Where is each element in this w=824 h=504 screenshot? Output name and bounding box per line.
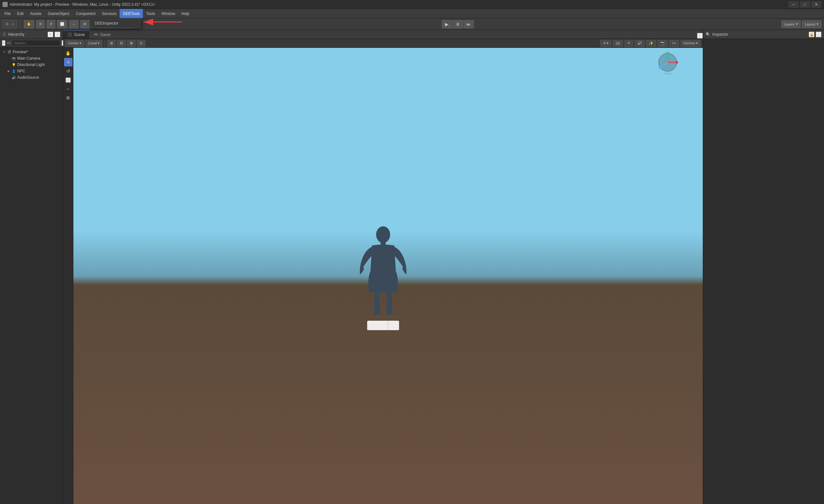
scene-grid2-btn[interactable]: ⊟ — [117, 40, 126, 47]
vp-transform-btn[interactable]: ⚙ — [64, 94, 73, 102]
scene-tab-label: Scene — [74, 32, 85, 37]
svg-line-9 — [136, 299, 388, 487]
vp-rect-btn[interactable]: ↔ — [64, 85, 73, 93]
scene-audio-btn[interactable]: 🔊 — [634, 40, 645, 47]
hierarchy-header-icons: + ⋮ — [47, 31, 60, 37]
step-button[interactable]: ⏭ — [463, 20, 474, 28]
menu-component[interactable]: Component — [73, 9, 99, 18]
menu-help[interactable]: Help — [178, 9, 193, 18]
audio-icon: 🔊 — [11, 75, 16, 80]
menu-services[interactable]: Services — [99, 9, 120, 18]
hierarchy-all-label: All — [7, 41, 10, 45]
scene-grid3-btn[interactable]: ⊠ — [127, 40, 135, 47]
menu-tools[interactable]: Tools — [143, 9, 158, 18]
viewport-tools: ✋ ✢ ↺ ⬜ ↔ ⚙ — [63, 48, 73, 504]
svg-point-22 — [666, 52, 669, 55]
toolbar-move-tool[interactable]: ✢ — [36, 20, 45, 28]
toolbar-rect-tool[interactable]: ↔ — [69, 20, 79, 28]
scene-light-btn[interactable]: ☀ — [624, 40, 633, 47]
menu-edit[interactable]: Edit — [14, 9, 27, 18]
scene-fx-btn[interactable]: ✨ — [646, 40, 656, 47]
tree-item-npc[interactable]: 👤 NPC — [0, 68, 63, 74]
toolbar-transform-tool[interactable]: ⚙ — [80, 20, 89, 28]
hierarchy-icon: ☰ — [3, 32, 6, 37]
scene-icon: 🎬 — [7, 50, 11, 54]
scene-camera-btn[interactable]: 📷 — [657, 40, 668, 47]
tree-label-maincamera: Main Camera — [17, 56, 40, 60]
game-tab-icon: 🎮 — [94, 32, 98, 37]
toolbar-icons-group: ⚙ ◎ — [3, 20, 17, 29]
viewport-gizmo[interactable]: Persp — [655, 51, 681, 77]
menu-gameobject[interactable]: GameObject — [45, 9, 73, 18]
tab-menu-btn[interactable]: ⋮ — [697, 33, 703, 38]
toolbar-settings-icon[interactable]: ⚙ — [4, 21, 10, 27]
hierarchy-menu-btn[interactable]: ⋮ — [55, 31, 60, 37]
tree-arrow-preview — [2, 50, 6, 54]
character-base — [367, 321, 399, 330]
tree-label-preview: Preview* — [13, 50, 28, 54]
scene-gizmos-btn[interactable]: Gizmos ▾ — [681, 40, 701, 47]
tree-item-maincamera[interactable]: 📷 Main Camera — [0, 55, 63, 61]
scene-local-btn[interactable]: Local ▾ — [86, 40, 102, 47]
minimize-button[interactable]: ─ — [788, 1, 799, 8]
scene-center-btn[interactable]: Center ▾ — [65, 40, 84, 47]
inspector-menu-btn[interactable]: ⋮ — [816, 31, 821, 37]
npc-icon: 👤 — [11, 69, 16, 73]
scene-game-tabs: ⬛ Scene 🎮 Game ⋮ — [63, 30, 703, 39]
hierarchy-search-toolbar: + All 🔍 — [0, 39, 63, 47]
vp-move-btn[interactable]: ✢ — [64, 58, 73, 66]
tree-item-audiosource[interactable]: 🔊 AudioSource — [0, 74, 63, 81]
toolbar-info-icon[interactable]: ◎ — [10, 21, 16, 27]
inspector-content — [703, 39, 824, 504]
menu-file[interactable]: File — [1, 9, 14, 18]
scene-vr-btn[interactable]: 👓 — [669, 40, 679, 47]
window-controls: ─ □ ✕ — [788, 1, 821, 8]
scene-grid4-btn[interactable]: ⊡ — [137, 40, 145, 47]
toolbar-hand-tool[interactable]: ✋ — [24, 20, 34, 28]
inspector-icon: 🔍 — [706, 32, 710, 37]
toolbar-scale-tool[interactable]: ⬜ — [57, 20, 67, 28]
dropdown-deeinspector[interactable]: DEEInspector — [90, 19, 140, 27]
tree-arrow-npc — [6, 69, 11, 73]
layout-label: Layout — [805, 22, 815, 26]
vp-rotate-btn[interactable]: ↺ — [64, 67, 73, 75]
menu-deetools[interactable]: DEETools — [120, 9, 143, 18]
hierarchy-search-input[interactable] — [12, 40, 60, 46]
character-figure — [351, 222, 415, 330]
tab-game[interactable]: 🎮 Game — [89, 30, 115, 38]
hierarchy-add-btn[interactable]: + — [47, 31, 53, 37]
vp-scale-btn[interactable]: ⬜ — [64, 76, 73, 84]
main-layout: ☰ Hierarchy + ⋮ + All 🔍 🎬 Preview* — [0, 30, 824, 504]
light-icon: 💡 — [11, 62, 16, 67]
tab-scene[interactable]: ⬛ Scene — [63, 30, 89, 38]
menu-window[interactable]: Window — [158, 9, 178, 18]
inspector-header-icons: 🔒 ⋮ — [809, 31, 821, 37]
hierarchy-plus-btn[interactable]: + — [2, 40, 5, 46]
pause-button[interactable]: ⏸ — [453, 20, 463, 28]
scene-tab-icon: ⬛ — [68, 32, 72, 37]
toolbar-rotate-tool[interactable]: ↺ — [46, 20, 55, 28]
tree-item-dirlight[interactable]: 💡 Directional Light — [0, 61, 63, 68]
scene-2d-btn[interactable]: 2D — [613, 40, 623, 47]
vp-hand-btn[interactable]: ✋ — [64, 49, 73, 57]
menu-assets[interactable]: Assets — [27, 9, 45, 18]
layers-dropdown[interactable]: Layers ▾ — [781, 20, 801, 28]
svg-point-20 — [675, 61, 678, 64]
game-tab-label: Game — [100, 32, 111, 37]
viewport[interactable]: ✋ ✢ ↺ ⬜ ↔ ⚙ — [63, 48, 703, 504]
inspector-header: 🔍 Inspector 🔒 ⋮ — [703, 30, 824, 39]
maximize-button[interactable]: □ — [800, 1, 810, 8]
scene-rotate-btn[interactable]: ↺ ▾ — [600, 40, 612, 47]
svg-point-2 — [376, 226, 390, 243]
play-button[interactable]: ▶ — [442, 20, 452, 28]
close-button[interactable]: ✕ — [811, 1, 821, 8]
scene-grid-btn[interactable]: ⊞ — [107, 40, 116, 47]
layers-label: Layers — [784, 22, 795, 26]
tree-arrow-audiosource — [6, 75, 11, 80]
layout-dropdown[interactable]: Layout ▾ — [802, 20, 821, 28]
hierarchy-title: Hierarchy — [8, 32, 45, 37]
inspector-lock-btn[interactable]: 🔒 — [809, 31, 814, 37]
tree-arrow-dirlight — [6, 62, 11, 67]
layers-layout-group: Layers ▾ Layout ▾ — [781, 20, 821, 28]
tree-item-preview[interactable]: 🎬 Preview* — [0, 49, 63, 55]
